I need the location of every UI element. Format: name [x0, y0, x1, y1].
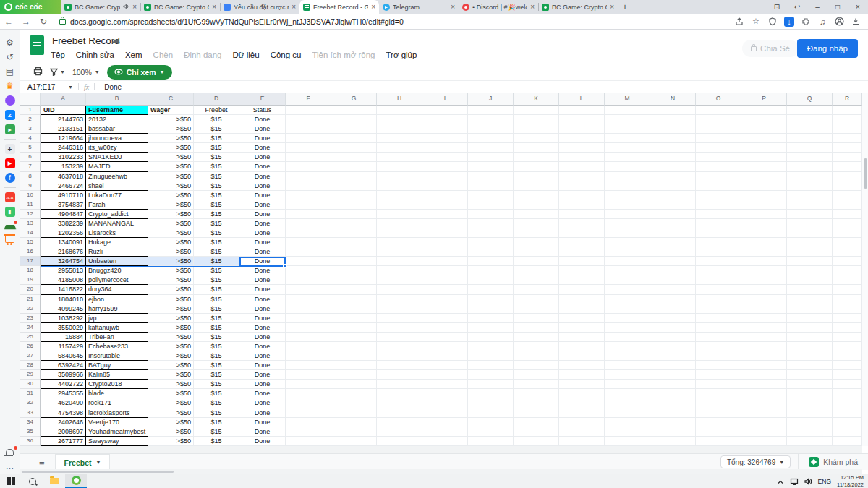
cell[interactable] — [696, 389, 741, 398]
url-text[interactable]: docs.google.com/spreadsheets/d/1UfG99wVy… — [70, 17, 404, 26]
cell[interactable] — [377, 162, 422, 171]
column-header-P[interactable]: P — [741, 93, 787, 106]
cell[interactable] — [468, 408, 514, 418]
cell[interactable]: >$50 — [148, 238, 194, 247]
more-icon[interactable]: … — [0, 459, 20, 474]
cell[interactable] — [422, 115, 468, 124]
cell[interactable]: Done — [239, 418, 286, 427]
cell[interactable] — [741, 380, 787, 389]
cell[interactable]: $15 — [194, 323, 239, 333]
cell[interactable]: Wager — [148, 106, 194, 115]
cell[interactable]: >$50 — [148, 389, 194, 398]
cell[interactable]: 3550029 — [41, 323, 86, 333]
cell[interactable] — [741, 106, 787, 115]
cell[interactable]: lacroixlasports — [86, 408, 148, 418]
cell[interactable] — [696, 124, 741, 134]
cell[interactable]: $15 — [194, 304, 239, 314]
cell[interactable] — [605, 219, 650, 228]
tab-close-icon[interactable]: × — [292, 3, 296, 11]
cell[interactable]: $15 — [194, 172, 239, 181]
cell[interactable] — [696, 285, 741, 294]
cell[interactable] — [696, 247, 741, 257]
menu-chỉnh-sửa[interactable]: Chỉnh sửa — [76, 51, 114, 59]
cell[interactable]: 2955813 — [41, 266, 86, 275]
tab-audio-icon[interactable] — [123, 4, 129, 11]
cell[interactable] — [833, 427, 862, 437]
all-sheets-icon[interactable]: ≡ — [39, 457, 45, 468]
cell[interactable] — [377, 351, 422, 361]
cell[interactable]: $15 — [194, 361, 239, 370]
cell[interactable] — [559, 323, 605, 333]
browser-tab[interactable]: Telegram× — [379, 0, 459, 14]
cell[interactable] — [331, 247, 377, 257]
fill-handle[interactable] — [283, 264, 287, 268]
cell[interactable]: 1416822 — [41, 285, 86, 294]
cell[interactable]: >$50 — [148, 115, 194, 124]
settings-icon[interactable]: ⚙ — [0, 35, 20, 50]
volume-icon[interactable] — [804, 475, 812, 488]
cell[interactable]: Done — [239, 351, 286, 361]
cell[interactable] — [650, 247, 696, 257]
cell[interactable] — [833, 304, 862, 314]
cell[interactable] — [787, 115, 833, 124]
education-icon[interactable] — [0, 219, 20, 234]
cell[interactable]: Done — [239, 295, 286, 304]
extensions-icon[interactable] — [801, 17, 811, 27]
cell[interactable] — [286, 427, 331, 437]
cell[interactable] — [468, 181, 514, 191]
taskbar-search-button[interactable] — [22, 474, 43, 488]
row-header-24[interactable]: 24 — [20, 323, 41, 333]
row-header-27[interactable]: 27 — [20, 351, 41, 361]
cell[interactable] — [741, 304, 787, 314]
cell[interactable] — [650, 361, 696, 370]
cell[interactable] — [650, 191, 696, 200]
cell[interactable] — [377, 247, 422, 257]
cell[interactable] — [514, 427, 559, 437]
cell[interactable] — [331, 370, 377, 380]
cell[interactable] — [787, 257, 833, 266]
cell[interactable] — [377, 266, 422, 275]
cell[interactable] — [833, 191, 862, 200]
cell[interactable] — [833, 285, 862, 294]
cell[interactable]: $15 — [194, 191, 239, 200]
cell[interactable] — [468, 247, 514, 257]
media-music-icon[interactable]: ♫ — [817, 17, 827, 27]
start-button[interactable] — [0, 474, 22, 488]
cell[interactable]: $15 — [194, 219, 239, 228]
cell[interactable] — [605, 181, 650, 191]
tab-close-icon[interactable]: × — [451, 3, 455, 11]
cell[interactable] — [468, 418, 514, 427]
cell[interactable]: >$50 — [148, 285, 194, 294]
cell[interactable]: $15 — [194, 314, 239, 323]
cell[interactable]: $15 — [194, 153, 239, 162]
cell[interactable] — [559, 333, 605, 342]
column-header-O[interactable]: O — [696, 93, 741, 106]
cell[interactable] — [787, 333, 833, 342]
cell[interactable] — [696, 210, 741, 219]
cell[interactable] — [696, 427, 741, 437]
cell[interactable] — [741, 323, 787, 333]
cell[interactable] — [833, 247, 862, 257]
cell[interactable] — [377, 380, 422, 389]
cell[interactable] — [331, 389, 377, 398]
cell[interactable] — [696, 238, 741, 247]
tab-close-icon[interactable]: × — [212, 3, 216, 11]
row-header-32[interactable]: 32 — [20, 398, 41, 408]
cell[interactable]: >$50 — [148, 275, 194, 285]
cell[interactable]: Echebase233 — [86, 342, 148, 351]
cell[interactable] — [559, 314, 605, 323]
cell[interactable]: ejbon — [86, 295, 148, 304]
row-header-33[interactable]: 33 — [20, 408, 41, 418]
cell[interactable] — [286, 323, 331, 333]
cell[interactable] — [331, 295, 377, 304]
cell[interactable] — [377, 427, 422, 437]
cell[interactable]: >$50 — [148, 304, 194, 314]
cell[interactable]: Done — [239, 342, 286, 351]
cell[interactable] — [514, 304, 559, 314]
menu-công-cụ[interactable]: Công cụ — [271, 51, 302, 59]
sheet-tab-freebet[interactable]: Freebet ▼ — [55, 454, 111, 471]
cell[interactable] — [605, 275, 650, 285]
cell[interactable] — [422, 314, 468, 323]
tab-close-icon[interactable]: × — [610, 3, 614, 11]
share-icon[interactable] — [734, 17, 744, 27]
